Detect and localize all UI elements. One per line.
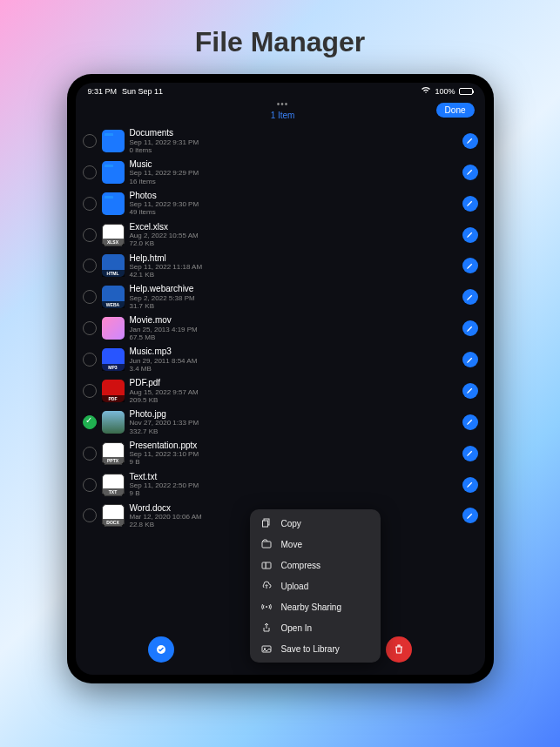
file-row[interactable]: PhotosSep 11, 2022 9:30 PM49 items	[83, 188, 478, 219]
menu-label: Move	[281, 540, 302, 549]
menu-item-openin[interactable]: Open In	[250, 617, 381, 638]
file-row[interactable]: MP3Music.mp3Jun 29, 2011 8:54 AM3.4 MB	[83, 344, 478, 375]
menu-item-compress[interactable]: Compress	[250, 555, 381, 575]
file-info: Photo.jpgNov 27, 2020 1:33 PM332.7 KB	[130, 409, 457, 435]
edit-button[interactable]	[462, 320, 478, 336]
file-date: Sep 11, 2022 9:30 PM	[130, 200, 457, 208]
file-size: 9 B	[130, 458, 457, 466]
menu-item-upload[interactable]: Upload	[250, 575, 381, 596]
file-size: 72.0 KB	[130, 239, 457, 247]
file-size: 49 items	[130, 208, 457, 216]
file-thumb-txt: TXT	[102, 474, 125, 496]
nearby-icon	[260, 602, 273, 612]
edit-button[interactable]	[462, 196, 478, 212]
select-all-button[interactable]	[148, 636, 174, 663]
edit-button[interactable]	[462, 165, 478, 180]
edit-button[interactable]	[462, 477, 478, 493]
file-row[interactable]: PDFPDF.pdfAug 15, 2022 9:57 AM209.5 KB	[83, 375, 478, 407]
file-name: Help.webarchive	[130, 284, 457, 294]
select-checkbox[interactable]	[83, 415, 97, 429]
file-name: Presentation.pptx	[130, 441, 457, 451]
select-checkbox[interactable]	[83, 478, 97, 492]
file-date: Aug 15, 2022 9:57 AM	[130, 388, 457, 396]
edit-button[interactable]	[462, 414, 478, 430]
file-row[interactable]: MusicSep 11, 2022 9:29 PM16 items	[83, 157, 478, 188]
menu-item-move[interactable]: Move	[250, 534, 381, 555]
screen: 9:31 PM Sun Sep 11 100% ••• 1 Item Done …	[76, 83, 485, 675]
select-checkbox[interactable]	[83, 134, 97, 148]
select-checkbox[interactable]	[83, 228, 97, 242]
file-name: Help.html	[130, 253, 457, 264]
edit-button[interactable]	[462, 383, 478, 399]
select-checkbox[interactable]	[83, 165, 97, 179]
compress-icon	[260, 560, 273, 570]
select-checkbox[interactable]	[83, 259, 97, 273]
file-info: Music.mp3Jun 29, 2011 8:54 AM3.4 MB	[130, 347, 457, 373]
menu-label: Open In	[281, 623, 313, 633]
openin-icon	[260, 622, 273, 633]
file-info: Help.htmlSep 11, 2022 11:18 AM42.1 KB	[130, 253, 457, 279]
delete-button[interactable]	[386, 636, 412, 663]
svg-rect-2	[262, 542, 271, 548]
edit-button[interactable]	[462, 446, 478, 461]
file-row[interactable]: TXTText.txtSep 11, 2022 2:50 PM9 B	[83, 469, 478, 501]
file-size: 0 items	[130, 146, 457, 154]
status-time: 9:31 PM	[88, 87, 118, 96]
menu-label: Upload	[281, 582, 309, 591]
file-size: 31.7 KB	[130, 302, 457, 310]
edit-button[interactable]	[462, 508, 478, 523]
status-date: Sun Sep 11	[122, 87, 163, 96]
battery-percent: 100%	[435, 87, 455, 96]
edit-button[interactable]	[462, 289, 478, 305]
menu-label: Compress	[281, 561, 321, 570]
menu-item-copy[interactable]: Copy	[250, 513, 381, 534]
menu-item-nearby[interactable]: Nearby Sharing	[250, 596, 381, 617]
file-row[interactable]: DocumentsSep 11, 2022 9:31 PM0 items	[83, 125, 478, 157]
select-checkbox[interactable]	[83, 321, 97, 335]
select-checkbox[interactable]	[83, 384, 97, 398]
file-row[interactable]: Movie.movJan 25, 2013 4:19 PM67.5 MB	[83, 313, 478, 344]
menu-label: Copy	[281, 519, 301, 528]
file-info: Excel.xlsxAug 2, 2022 10:55 AM72.0 KB	[130, 222, 457, 248]
file-thumb-weba: WEBA	[102, 286, 125, 308]
file-thumb-folder	[102, 192, 125, 215]
edit-button[interactable]	[462, 227, 478, 243]
file-row[interactable]: WEBAHelp.webarchiveSep 2, 2022 5:38 PM31…	[83, 281, 478, 313]
file-name: Music	[130, 159, 457, 170]
select-checkbox[interactable]	[83, 353, 97, 367]
status-bar: 9:31 PM Sun Sep 11 100%	[76, 83, 485, 98]
tablet-frame: 9:31 PM Sun Sep 11 100% ••• 1 Item Done …	[67, 74, 494, 683]
top-bar: ••• 1 Item Done	[76, 98, 485, 125]
file-row[interactable]: Photo.jpgNov 27, 2020 1:33 PM332.7 KB	[83, 407, 478, 438]
file-info: PhotosSep 11, 2022 9:30 PM49 items	[130, 191, 457, 217]
edit-button[interactable]	[462, 352, 478, 367]
file-info: MusicSep 11, 2022 9:29 PM16 items	[130, 159, 457, 185]
promo-title: File Manager	[0, 0, 560, 74]
file-row[interactable]: XLSXExcel.xlsxAug 2, 2022 10:55 AM72.0 K…	[83, 219, 478, 251]
select-checkbox[interactable]	[83, 290, 97, 304]
file-info: Help.webarchiveSep 2, 2022 5:38 PM31.7 K…	[130, 284, 457, 310]
select-checkbox[interactable]	[83, 508, 97, 522]
file-date: Sep 11, 2022 2:50 PM	[130, 481, 457, 489]
file-thumb-xlsx: XLSX	[102, 224, 125, 246]
file-info: DocumentsSep 11, 2022 9:31 PM0 items	[130, 128, 457, 154]
more-icon[interactable]: •••	[130, 99, 436, 109]
file-date: Nov 27, 2020 1:33 PM	[130, 419, 457, 427]
edit-button[interactable]	[462, 258, 478, 273]
done-button[interactable]: Done	[436, 103, 475, 118]
select-checkbox[interactable]	[83, 197, 97, 211]
file-name: Photos	[130, 191, 457, 201]
select-checkbox[interactable]	[83, 447, 97, 461]
file-size: 67.5 MB	[130, 333, 457, 341]
file-date: Sep 11, 2022 11:18 AM	[130, 263, 457, 271]
file-row[interactable]: HTMLHelp.htmlSep 11, 2022 11:18 AM42.1 K…	[83, 251, 478, 282]
file-date: Sep 11, 2022 3:10 PM	[130, 450, 457, 458]
move-icon	[260, 539, 273, 549]
file-date: Jan 25, 2013 4:19 PM	[130, 326, 457, 333]
file-row[interactable]: PPTXPresentation.pptxSep 11, 2022 3:10 P…	[83, 438, 478, 469]
wifi-icon	[421, 86, 431, 96]
menu-item-save[interactable]: Save to Library	[250, 638, 381, 659]
svg-rect-1	[262, 521, 267, 527]
file-thumb-pptx: PPTX	[102, 442, 125, 465]
edit-button[interactable]	[462, 133, 478, 149]
